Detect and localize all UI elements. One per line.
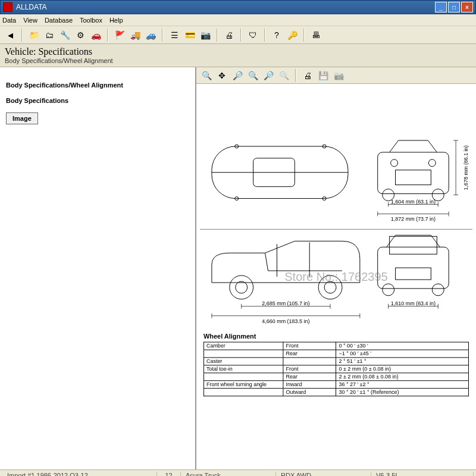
print-icon[interactable]: 🖨: [223, 29, 236, 42]
menu-view[interactable]: View: [23, 17, 37, 24]
wheel-alignment-title: Wheel Alignment: [203, 333, 469, 340]
menu-help[interactable]: Help: [109, 17, 123, 24]
zoom-out-icon[interactable]: 🔎: [262, 69, 275, 82]
right-pane: 🔍 ✥ 🔎 🔍 🔎 🔍 🖨 💾 📷: [196, 67, 476, 469]
breadcrumb: Body Specifications/Wheel Alignment: [5, 57, 471, 64]
svg-point-12: [428, 159, 436, 167]
zoom-fit-icon[interactable]: 🔎: [231, 69, 244, 82]
zoom-area-icon[interactable]: 🔍: [246, 69, 259, 82]
dim-track-rear: 1,610 mm (63.4 in): [391, 300, 436, 306]
save-image-icon[interactable]: 💾: [317, 69, 330, 82]
svg-point-25: [324, 281, 336, 293]
car-icon[interactable]: 🚗: [89, 29, 102, 42]
dim-wheelbase: 2,685 mm (105.7 in): [262, 300, 309, 306]
window-titlebar: ALLDATA _ □ ×: [0, 0, 476, 14]
truck-icon[interactable]: 🚚: [129, 29, 142, 42]
table-row: Caster2 ° 51 ′ ±1 °: [203, 358, 468, 365]
wrench-icon[interactable]: 🔧: [58, 29, 71, 42]
main-toolbar: ◂ 📁 🗂 🔧 ⚙ 🚗 🚩 🚚 🚙 ☰ 💳 📷 🖨 🛡 ? 🔑 🖶: [0, 26, 476, 44]
zoom-in-icon[interactable]: 🔍: [200, 69, 213, 82]
svg-point-37: [432, 284, 444, 296]
left-heading: Body Specifications/Wheel Alignment: [6, 82, 189, 89]
svg-point-24: [318, 275, 342, 299]
svg-rect-38: [396, 268, 431, 280]
snap-icon[interactable]: 📷: [332, 69, 345, 82]
image-toolbar: 🔍 ✥ 🔎 🔍 🔎 🔍 🖨 💾 📷: [196, 67, 476, 84]
diagram-area: 1,678 mm (66.1 in) 1,604 mm (63.1 in) 1,…: [196, 84, 476, 469]
car2-icon[interactable]: 🚙: [144, 29, 157, 42]
print2-icon[interactable]: 🖶: [309, 29, 322, 42]
statusbar: Import #1 1986-2012 Q3-12 12 Acura Truck…: [0, 469, 476, 476]
page-header: Vehicle: Specifications Body Specificati…: [0, 44, 476, 67]
svg-rect-35: [390, 236, 437, 254]
svg-point-23: [236, 281, 248, 293]
print-image-icon[interactable]: 🖨: [301, 69, 314, 82]
svg-rect-10: [396, 170, 431, 185]
status-c1: 12: [157, 472, 181, 477]
svg-point-36: [383, 284, 394, 296]
left-subheading: Body Specifications: [6, 97, 189, 104]
status-c2: Acura Truck: [181, 472, 276, 477]
shield-icon[interactable]: 🛡: [246, 29, 259, 42]
image-button[interactable]: Image: [6, 112, 38, 124]
close-button[interactable]: ×: [461, 2, 473, 12]
flag-icon[interactable]: 🚩: [113, 29, 126, 42]
dim-length: 4,660 mm (183.5 in): [262, 318, 309, 324]
dim-width: 1,872 mm (73.7 in): [391, 216, 436, 222]
content-area: Body Specifications/Wheel Alignment Body…: [0, 67, 476, 469]
svg-point-22: [230, 275, 253, 299]
svg-rect-7: [378, 152, 449, 194]
table-row: Total toe-inFront0 ± 2 mm (0 ± 0.08 in): [203, 365, 468, 373]
menu-data[interactable]: Data: [2, 17, 16, 24]
svg-point-11: [391, 159, 398, 167]
status-c4: V6-3.5L: [371, 472, 474, 477]
pan-icon[interactable]: ✥: [215, 69, 228, 82]
status-c3: RDX AWD: [276, 472, 371, 477]
folder-icon[interactable]: 📁: [27, 29, 40, 42]
menu-database[interactable]: Database: [45, 17, 73, 24]
list-icon[interactable]: ☰: [168, 29, 181, 42]
gear-icon[interactable]: ⚙: [74, 29, 87, 42]
help-icon[interactable]: ?: [270, 29, 283, 42]
wheel-alignment-table: CamberFront0 ° 00 ′ ±30 ′Rear−1 ° 00 ′ ±…: [203, 342, 469, 397]
back-button[interactable]: ◂: [4, 29, 17, 42]
app-icon: [3, 2, 12, 12]
table-row: CamberFront0 ° 00 ′ ±30 ′: [203, 342, 468, 350]
table-row: Rear−1 ° 00 ′ ±45 ′: [203, 350, 468, 358]
page-title: Vehicle: Specifications: [5, 46, 471, 57]
left-pane: Body Specifications/Wheel Alignment Body…: [0, 67, 196, 469]
table-row: Front wheel turning angleInward36 ° 27 ′…: [203, 381, 468, 389]
table-row: Rear2 ± 2 mm (0.08 ± 0.08 in): [203, 373, 468, 381]
menu-toolbox[interactable]: Toolbox: [80, 17, 102, 24]
table-row: Outward30 ° 20 ′ ±1 ° (Reference): [203, 389, 468, 396]
status-left: Import #1 1986-2012 Q3-12: [2, 472, 157, 477]
dim-height: 1,678 mm (66.1 in): [463, 145, 469, 190]
minimize-button[interactable]: _: [435, 2, 447, 12]
zoom-reset-icon[interactable]: 🔍: [277, 69, 290, 82]
vehicle-diagram: 1,678 mm (66.1 in) 1,604 mm (63.1 in) 1,…: [200, 87, 472, 466]
camera-icon[interactable]: 📷: [199, 29, 212, 42]
dim-track-front: 1,604 mm (63.1 in): [391, 199, 436, 205]
window-title: ALLDATA: [16, 3, 47, 11]
card-icon[interactable]: 💳: [183, 29, 196, 42]
key-icon[interactable]: 🔑: [286, 29, 299, 42]
maximize-button[interactable]: □: [448, 2, 460, 12]
folder2-icon[interactable]: 🗂: [43, 29, 56, 42]
menubar: Data View Database Toolbox Help: [0, 14, 476, 26]
